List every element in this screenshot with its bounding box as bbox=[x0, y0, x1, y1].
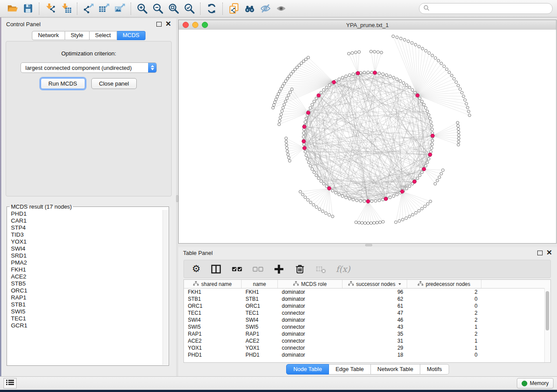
delete-table-icon bbox=[315, 263, 327, 275]
table-panel: Table Panel ✕ ⚙f(x) shared namenameMCDS … bbox=[178, 247, 557, 376]
mcds-result-item[interactable]: PMA2 bbox=[11, 259, 169, 266]
close-window-icon[interactable] bbox=[183, 22, 189, 28]
mcds-result-item[interactable]: CAR1 bbox=[11, 217, 169, 224]
mcds-result-item[interactable]: SWI4 bbox=[11, 245, 169, 252]
mcds-result-item[interactable]: STB5 bbox=[11, 280, 169, 287]
table-settings-icon[interactable]: ⚙ bbox=[191, 263, 201, 275]
tab-node-table[interactable]: Node Table bbox=[286, 364, 329, 375]
search-icon bbox=[423, 5, 429, 13]
import-table-icon[interactable] bbox=[58, 2, 74, 16]
cell: ACE2 bbox=[184, 338, 242, 344]
mcds-result-item[interactable]: TEC1 bbox=[11, 315, 169, 322]
hide-selected-icon[interactable] bbox=[257, 2, 273, 16]
mcds-result-item[interactable]: SRD1 bbox=[11, 252, 169, 259]
column-label: successor nodes bbox=[356, 281, 395, 287]
duplicate-network-icon[interactable] bbox=[226, 2, 242, 16]
horizontal-splitter[interactable] bbox=[178, 244, 557, 247]
cell: connector bbox=[278, 324, 343, 330]
run-mcds-button[interactable]: Run MCDS bbox=[41, 78, 85, 89]
task-history-button[interactable] bbox=[3, 378, 17, 389]
table-row[interactable]: TEC1TEC1connector472 bbox=[184, 309, 550, 316]
float-panel-icon[interactable] bbox=[537, 251, 543, 255]
close-panel-icon[interactable]: ✕ bbox=[547, 250, 552, 255]
table-row[interactable]: YOX1YOX1connector291 bbox=[184, 344, 550, 351]
cell: SWI4 bbox=[242, 317, 278, 323]
close-panel-button[interactable]: Close panel bbox=[91, 78, 137, 89]
export-network-icon[interactable] bbox=[80, 2, 96, 16]
table-row[interactable]: FKH1FKH1dominator962 bbox=[184, 289, 550, 296]
network-canvas[interactable] bbox=[179, 30, 556, 243]
table-row[interactable]: STB1STB1dominator620 bbox=[184, 296, 550, 303]
split-table-icon[interactable] bbox=[210, 263, 222, 275]
table-row[interactable]: RAP1RAP1dominator352 bbox=[184, 330, 550, 337]
table-scrollbar[interactable] bbox=[544, 288, 550, 362]
splitter-grip-icon[interactable] bbox=[365, 244, 372, 246]
criterion-dropdown[interactable]: largest connected component (undirected) bbox=[21, 62, 157, 73]
tree-icon bbox=[348, 281, 354, 287]
right-area: YPA_prune.txt_1 Table Panel ✕ ⚙f(x) shar… bbox=[178, 18, 557, 376]
search-input[interactable] bbox=[432, 5, 548, 12]
memory-button[interactable]: Memory bbox=[517, 378, 554, 389]
tab-network-table[interactable]: Network Table bbox=[371, 364, 420, 375]
table-header-row: shared namenameMCDS rolesuccessor nodesp… bbox=[184, 280, 550, 289]
add-column-icon[interactable] bbox=[273, 263, 285, 275]
table-row[interactable]: PHD1PHD1dominator180 bbox=[184, 351, 550, 358]
column-header-shared-name[interactable]: shared name bbox=[184, 280, 242, 288]
mcds-result-item[interactable]: STP4 bbox=[11, 224, 169, 231]
tab-style[interactable]: Style bbox=[65, 31, 90, 40]
find-neighbors-icon[interactable] bbox=[242, 2, 257, 16]
mcds-result-item[interactable]: ACE2 bbox=[11, 273, 169, 280]
mcds-result-item[interactable]: PHD1 bbox=[11, 210, 169, 217]
cell: PHD1 bbox=[242, 352, 278, 358]
show-all-icon[interactable] bbox=[273, 2, 289, 16]
cell: ACE2 bbox=[242, 338, 278, 344]
tab-motifs[interactable]: Motifs bbox=[420, 364, 449, 375]
save-session-icon[interactable] bbox=[20, 2, 36, 16]
minimize-window-icon[interactable] bbox=[192, 22, 198, 28]
mcds-result-item[interactable]: SWI5 bbox=[11, 308, 169, 315]
table-row[interactable]: SWI4SWI4dominator462 bbox=[184, 316, 550, 323]
mcds-result-item[interactable]: TID3 bbox=[11, 231, 169, 238]
zoom-out-icon[interactable] bbox=[150, 2, 166, 16]
mcds-result-item[interactable]: FKH1 bbox=[11, 266, 169, 273]
mcds-result-item[interactable]: RAP1 bbox=[11, 294, 169, 301]
zoom-fit-icon[interactable] bbox=[166, 2, 181, 16]
zoom-in-icon[interactable] bbox=[134, 2, 150, 16]
open-session-icon[interactable] bbox=[4, 2, 20, 16]
mcds-result-item[interactable]: STB1 bbox=[11, 301, 169, 308]
export-table-icon[interactable] bbox=[96, 2, 112, 16]
export-image-icon[interactable] bbox=[112, 2, 128, 16]
tab-edge-table[interactable]: Edge Table bbox=[329, 364, 371, 375]
table-row[interactable]: ACE2ACE2connector311 bbox=[184, 337, 550, 344]
cell: FKH1 bbox=[242, 289, 278, 295]
close-panel-icon[interactable]: ✕ bbox=[166, 21, 171, 27]
column-header-name[interactable]: name bbox=[242, 280, 278, 288]
cell: 0 bbox=[407, 352, 481, 358]
float-panel-icon[interactable] bbox=[156, 22, 162, 27]
table-panel-tabs: Node TableEdge TableNetwork TableMotifs bbox=[178, 364, 557, 375]
table-row[interactable]: ORC1ORC1dominator610 bbox=[184, 303, 550, 309]
delete-columns-icon[interactable] bbox=[294, 263, 306, 275]
deselect-all-icon[interactable] bbox=[252, 263, 264, 275]
column-header-successor-nodes[interactable]: successor nodes bbox=[343, 280, 407, 288]
tab-mcds[interactable]: MCDS bbox=[117, 31, 145, 40]
tab-network[interactable]: Network bbox=[32, 31, 65, 40]
scrollbar-thumb[interactable] bbox=[546, 291, 549, 330]
column-header-predecessor-nodes[interactable]: predecessor nodes bbox=[407, 280, 481, 288]
column-header-MCDS-role[interactable]: MCDS role bbox=[278, 280, 343, 288]
cell: 35 bbox=[343, 331, 407, 337]
table-row[interactable]: SWI5SWI5connector431 bbox=[184, 323, 550, 330]
mcds-result-item[interactable]: YOX1 bbox=[11, 238, 169, 245]
mcds-result-item[interactable]: GCR1 bbox=[11, 322, 169, 329]
table-panel-titlebar: Table Panel ✕ bbox=[178, 247, 557, 258]
mcds-result-list[interactable]: PHD1CAR1STP4TID3YOX1SWI4SRD1PMA2FKH1ACE2… bbox=[7, 210, 169, 363]
mcds-list-scrollbar[interactable] bbox=[163, 210, 168, 365]
select-all-icon[interactable] bbox=[231, 263, 243, 275]
maximize-window-icon[interactable] bbox=[202, 22, 208, 28]
cell: dominator bbox=[278, 289, 343, 295]
refresh-view-icon[interactable] bbox=[204, 2, 219, 16]
import-network-icon[interactable] bbox=[42, 2, 58, 16]
zoom-selected-icon[interactable] bbox=[181, 2, 197, 16]
tab-select[interactable]: Select bbox=[90, 31, 117, 40]
mcds-result-item[interactable]: ORC1 bbox=[11, 287, 169, 294]
